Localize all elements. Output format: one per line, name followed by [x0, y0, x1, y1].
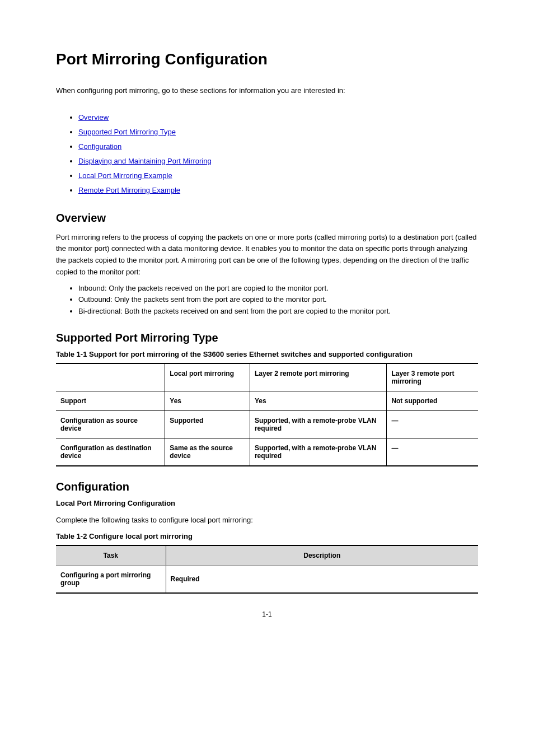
page-title: Port Mirroring Configuration	[56, 50, 478, 68]
intro-paragraph: When configuring port mirroring, go to t…	[56, 85, 478, 96]
table-cell: Not supported	[387, 391, 478, 411]
toc-link-supported[interactable]: Supported Port Mirroring Type	[78, 128, 176, 136]
table-row: Configuration as destination device Same…	[56, 438, 478, 466]
list-item: Local Port Mirroring Example	[78, 169, 478, 183]
table-header: Layer 2 remote port mirroring	[250, 363, 386, 391]
list-item: Bi-directional: Both the packets receive…	[78, 306, 478, 318]
toc-list: Overview Supported Port Mirroring Type C…	[56, 110, 478, 198]
config-heading: Configuration	[56, 480, 478, 493]
toc-link-overview[interactable]: Overview	[78, 113, 109, 122]
table-row: Configuration as source device Supported…	[56, 411, 478, 438]
config-para: Complete the following tasks to configur…	[56, 515, 478, 526]
supported-heading: Supported Port Mirroring Type	[56, 332, 478, 344]
table-cell: Support	[56, 391, 165, 411]
table-row: Configuring a port mirroring group Requi…	[56, 565, 478, 593]
table-cell: Required	[166, 565, 478, 593]
table-cell: Supported	[165, 411, 250, 438]
list-item: Supported Port Mirroring Type	[78, 125, 478, 139]
table-cell: —	[387, 411, 478, 438]
overview-paragraph: Port mirroring refers to the process of …	[56, 232, 478, 278]
list-item: Remote Port Mirroring Example	[78, 183, 478, 198]
table-cell: Yes	[250, 391, 386, 411]
list-item: Inbound: Only the packets received on th…	[78, 283, 478, 295]
table1-caption: Table 1-1 Support for port mirroring of …	[56, 350, 478, 358]
table-cell: Supported, with a remote-probe VLAN requ…	[250, 438, 386, 466]
support-table: Local port mirroring Layer 2 remote port…	[56, 363, 478, 466]
page-number: 1-1	[56, 594, 478, 618]
table-header	[56, 363, 165, 391]
table-header: Local port mirroring	[165, 363, 250, 391]
toc-link-configuration[interactable]: Configuration	[78, 142, 121, 151]
table-header: Task	[56, 545, 166, 566]
table-header: Layer 3 remote port mirroring	[387, 363, 478, 391]
config-subheading: Local Port Mirroring Configuration	[56, 499, 478, 507]
overview-heading: Overview	[56, 212, 478, 225]
table-row: Local port mirroring Layer 2 remote port…	[56, 363, 478, 391]
table-row: Support Yes Yes Not supported	[56, 391, 478, 411]
table-cell: Configuration as source device	[56, 411, 165, 438]
table-cell: —	[387, 438, 478, 466]
overview-bullets: Inbound: Only the packets received on th…	[56, 283, 478, 318]
table-cell: Yes	[165, 391, 250, 411]
list-item: Configuration	[78, 139, 478, 154]
table-row: Task Description	[56, 545, 478, 566]
table-header: Description	[166, 545, 478, 566]
table-cell: Supported, with a remote-probe VLAN requ…	[250, 411, 386, 438]
list-item: Outbound: Only the packets sent from the…	[78, 294, 478, 306]
task-table: Task Description Configuring a port mirr…	[56, 545, 478, 594]
list-item: Displaying and Maintaining Port Mirrorin…	[78, 154, 478, 169]
toc-link-displaying[interactable]: Displaying and Maintaining Port Mirrorin…	[78, 157, 212, 165]
table-cell: Configuration as destination device	[56, 438, 165, 466]
table2-caption: Table 1-2 Configure local port mirroring	[56, 532, 478, 540]
toc-link-local-example[interactable]: Local Port Mirroring Example	[78, 171, 172, 180]
toc-link-remote-example[interactable]: Remote Port Mirroring Example	[78, 186, 180, 194]
table-cell: Configuring a port mirroring group	[56, 565, 166, 593]
list-item: Overview	[78, 110, 478, 125]
table-cell: Same as the source device	[165, 438, 250, 466]
